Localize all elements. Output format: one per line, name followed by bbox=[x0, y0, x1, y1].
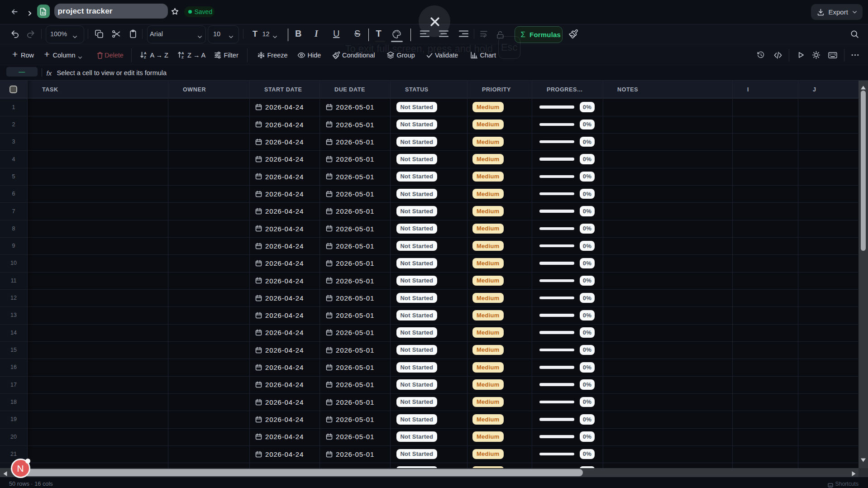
svg-text:Z: Z bbox=[181, 55, 184, 59]
svg-text:Z: Z bbox=[144, 55, 146, 59]
